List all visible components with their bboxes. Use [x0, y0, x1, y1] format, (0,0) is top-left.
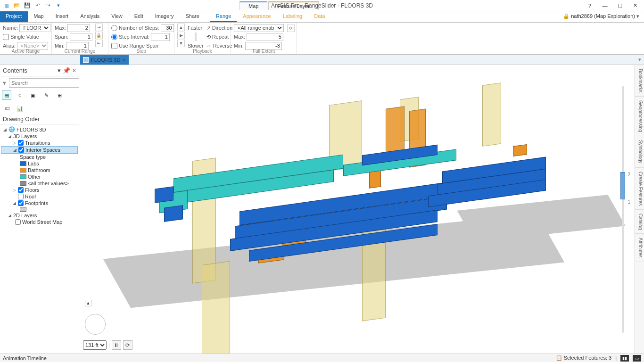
- chk-interior[interactable]: [18, 147, 24, 153]
- chk-footprints[interactable]: [18, 200, 24, 206]
- play-icon[interactable]: ▶: [177, 32, 185, 39]
- doc-tab-floors3d[interactable]: FLOORS 3D ×: [80, 55, 129, 65]
- tree-transitions[interactable]: Transitions: [25, 140, 50, 146]
- doc-tab-menu-icon[interactable]: ▾: [638, 57, 644, 63]
- pane-menu-icon[interactable]: ▾: [58, 67, 61, 74]
- close-tab-icon[interactable]: ×: [123, 57, 125, 63]
- chk-floors[interactable]: [18, 187, 24, 193]
- pane-pin-icon[interactable]: 📌: [63, 67, 70, 74]
- tab-labeling[interactable]: Labeling: [277, 11, 309, 22]
- tab-share[interactable]: Share: [180, 11, 206, 22]
- sidetab-attributes[interactable]: Attributes: [635, 234, 644, 262]
- tab-view[interactable]: View: [106, 11, 129, 22]
- lock-span-icon[interactable]: 🔒: [95, 32, 103, 39]
- fe-max-label: Max:: [234, 34, 245, 40]
- tab-map[interactable]: Map: [28, 11, 50, 22]
- lock-min-icon[interactable]: ⇤: [95, 40, 103, 47]
- tree-2d-layers[interactable]: 2D Layers: [13, 213, 37, 218]
- stepint-input[interactable]: [151, 33, 170, 41]
- sb-pause-icon[interactable]: ▮▮: [620, 355, 629, 362]
- range-slider[interactable]: 2 1: [616, 84, 630, 335]
- sidetab-bookmarks[interactable]: Bookmarks: [635, 65, 644, 97]
- numsteps-radio[interactable]: [111, 24, 117, 32]
- tree-scene[interactable]: FLOORS 3D: [17, 127, 46, 132]
- tree-labs[interactable]: Labs: [28, 161, 39, 166]
- refresh-draw-icon[interactable]: ⟳: [123, 340, 132, 350]
- minimize-button[interactable]: —: [601, 1, 609, 10]
- tree-floors[interactable]: Floors: [25, 187, 40, 193]
- direction-label[interactable]: Direction: [212, 25, 232, 31]
- tab-insert[interactable]: Insert: [50, 11, 75, 22]
- list-editing-icon[interactable]: ✎: [41, 90, 51, 100]
- search-input[interactable]: [9, 78, 79, 88]
- maximize-button[interactable]: ▢: [616, 1, 624, 10]
- list-snapping-icon[interactable]: ⊞: [55, 90, 64, 100]
- reverse-label[interactable]: Reverse: [213, 43, 232, 49]
- tab-edit[interactable]: Edit: [129, 11, 149, 22]
- selected-features-label[interactable]: 📋 Selected Features: 3: [556, 355, 612, 361]
- tree-roof[interactable]: Roof: [25, 194, 36, 199]
- chk-transitions[interactable]: [18, 140, 24, 146]
- name-select[interactable]: FLOOR: [19, 24, 50, 32]
- new-project-icon[interactable]: ▥: [3, 2, 10, 9]
- list-source-icon[interactable]: ○: [15, 90, 25, 100]
- redo-icon[interactable]: ↷: [44, 2, 52, 9]
- tab-appearance[interactable]: Appearance: [237, 11, 277, 22]
- slower-label: Slower: [188, 43, 204, 49]
- tab-imagery[interactable]: Imagery: [149, 11, 180, 22]
- navigator-wheel[interactable]: [85, 314, 106, 335]
- fe-min-label: Min:: [234, 43, 244, 49]
- sidetab-symbology[interactable]: Symbology: [635, 136, 644, 167]
- tree-bathroom[interactable]: Bathroom: [28, 167, 50, 173]
- sb-view-icon[interactable]: ▭: [633, 355, 641, 362]
- tree-footprints[interactable]: Footprints: [25, 200, 48, 206]
- scale-select[interactable]: 131 ft: [83, 340, 107, 350]
- speed-slider[interactable]: [195, 33, 197, 41]
- filter-icon[interactable]: ▼: [2, 80, 7, 86]
- chk-wsm[interactable]: [15, 219, 21, 225]
- list-labeling-icon[interactable]: 🏷: [2, 104, 11, 113]
- range-tick-1: 1: [627, 199, 630, 205]
- numsteps-input[interactable]: [161, 24, 174, 32]
- list-selection-icon[interactable]: ▣: [28, 90, 38, 100]
- stepint-radio[interactable]: [111, 33, 117, 41]
- tab-analysis[interactable]: Analysis: [74, 11, 106, 22]
- undo-icon[interactable]: ↶: [34, 2, 41, 9]
- sidetab-geoprocessing[interactable]: Geoprocessing: [635, 97, 644, 136]
- sidetab-create-features[interactable]: Create Features: [635, 168, 644, 210]
- status-left[interactable]: Animation Timeline: [3, 355, 47, 361]
- scene-view[interactable]: Bookmarks Geoprocessing Symbology Create…: [79, 65, 644, 354]
- list-drawing-order-icon[interactable]: ▤: [2, 90, 11, 100]
- tree-interior-spaces[interactable]: Interior Spaces: [25, 147, 60, 153]
- tree-3d-layers[interactable]: 3D Layers: [13, 133, 37, 139]
- cr-max-input[interactable]: [67, 24, 90, 32]
- cr-span-input[interactable]: [70, 33, 92, 41]
- step-forward-icon[interactable]: ▲: [177, 24, 185, 31]
- qat-dropdown-icon[interactable]: ▾: [55, 2, 62, 9]
- repeat-label[interactable]: Repeat: [212, 34, 229, 40]
- chk-roof[interactable]: [18, 194, 24, 199]
- single-value-checkbox[interactable]: [3, 33, 9, 41]
- tree-other[interactable]: Other: [28, 174, 41, 180]
- tree-world-street-map[interactable]: World Street Map: [22, 219, 62, 225]
- lock-max-icon[interactable]: ⇥: [95, 24, 103, 31]
- range-thumb[interactable]: [620, 172, 625, 199]
- tab-range[interactable]: Range: [210, 11, 237, 22]
- fe-max-input[interactable]: [247, 33, 283, 41]
- list-chart-icon[interactable]: 📊: [15, 104, 25, 113]
- pause-draw-icon[interactable]: ⏸: [112, 340, 121, 350]
- tree-allother[interactable]: <all other values>: [28, 181, 69, 186]
- step-back-icon[interactable]: ▼: [177, 40, 185, 47]
- save-icon[interactable]: 💾: [24, 2, 31, 9]
- tab-data[interactable]: Data: [308, 11, 331, 22]
- pane-close-icon[interactable]: ×: [72, 67, 76, 74]
- fullextent-layers-select[interactable]: <All range enabled data>: [234, 24, 284, 32]
- expand-up-icon[interactable]: ▲: [85, 300, 91, 306]
- refresh-extent-icon[interactable]: ⟳: [287, 25, 295, 32]
- open-icon[interactable]: 📂: [13, 2, 21, 9]
- close-button[interactable]: ✕: [631, 1, 639, 10]
- sidetab-catalog[interactable]: Catalog: [635, 210, 644, 234]
- help-icon[interactable]: ?: [586, 1, 594, 10]
- signed-in-user[interactable]: 🔒 nath2869 (Map Exploration) ▾: [558, 11, 644, 22]
- tab-project[interactable]: Project: [0, 11, 28, 22]
